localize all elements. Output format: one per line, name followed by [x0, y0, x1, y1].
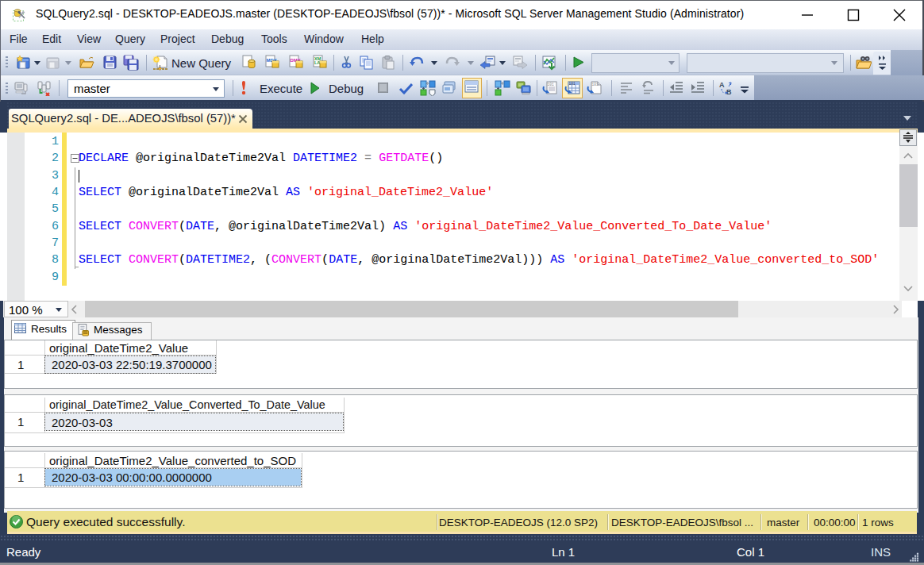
svg-text:101: 101 [569, 82, 576, 86]
svg-text:B: B [726, 88, 732, 96]
svg-text:101: 101 [592, 83, 599, 86]
svg-text:A: A [719, 81, 725, 89]
svg-text:101: 101 [548, 83, 554, 86]
